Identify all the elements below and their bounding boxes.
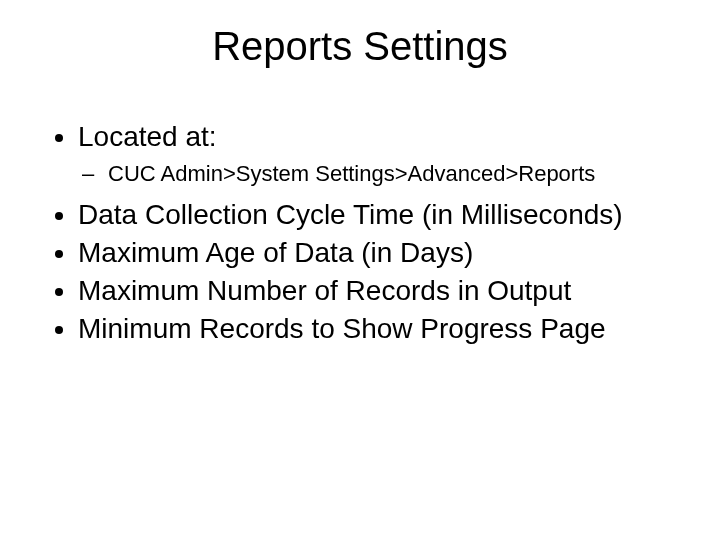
- slide-title: Reports Settings: [0, 24, 720, 69]
- sub-bullet-path: CUC Admin>System Settings>Advanced>Repor…: [108, 160, 670, 188]
- bullet-max-records: Maximum Number of Records in Output: [78, 274, 670, 308]
- bullet-min-records: Minimum Records to Show Progress Page: [78, 312, 670, 346]
- bullet-max-age: Maximum Age of Data (in Days): [78, 236, 670, 270]
- bullet-cycle-time: Data Collection Cycle Time (in Milliseco…: [78, 198, 670, 232]
- bullet-located-at: Located at: CUC Admin>System Settings>Ad…: [78, 120, 670, 188]
- bullet-list: Located at: CUC Admin>System Settings>Ad…: [50, 120, 670, 346]
- located-at-label: Located at:: [78, 121, 217, 152]
- slide: Reports Settings Located at: CUC Admin>S…: [0, 0, 720, 540]
- sub-bullet-list: CUC Admin>System Settings>Advanced>Repor…: [78, 160, 670, 188]
- slide-body: Located at: CUC Admin>System Settings>Ad…: [50, 120, 670, 350]
